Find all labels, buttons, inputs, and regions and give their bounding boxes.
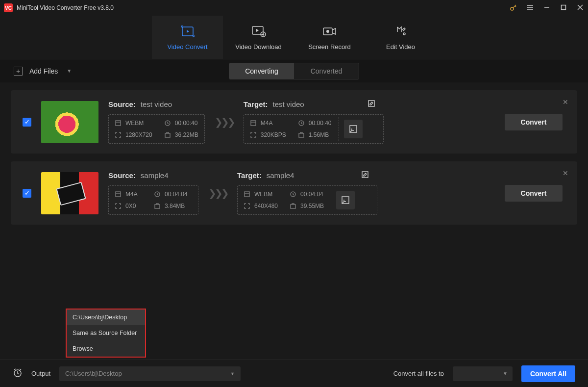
- clock-icon: [290, 191, 296, 198]
- close-button[interactable]: [576, 4, 584, 12]
- tab-label: Video Convert: [167, 43, 207, 51]
- edit-target-button[interactable]: [362, 171, 368, 180]
- clock-icon: [164, 120, 171, 127]
- key-icon[interactable]: [510, 3, 517, 13]
- output-path-value: C:\Users\bj\Desktop: [65, 370, 122, 377]
- arrow-icon: ❯❯❯: [215, 116, 234, 128]
- task-list: ✕ ✓ Source:test video WEBM 00:00:40 1280…: [0, 82, 588, 232]
- settings-button[interactable]: [344, 120, 363, 138]
- convert-button[interactable]: Convert: [505, 114, 563, 130]
- target-name: test video: [273, 100, 304, 108]
- record-icon: [322, 25, 337, 38]
- format-icon: [244, 191, 250, 198]
- svg-line-2: [515, 6, 516, 7]
- target-label: Target:: [244, 100, 268, 108]
- alarm-icon[interactable]: [13, 368, 23, 380]
- tab-video-download[interactable]: Video Download: [223, 16, 294, 59]
- format-icon: [115, 191, 122, 198]
- output-label: Output: [31, 370, 50, 377]
- menu-icon[interactable]: [526, 3, 534, 13]
- tab-label: Video Download: [235, 43, 281, 51]
- resolution-icon: [250, 131, 257, 138]
- svg-rect-36: [291, 205, 295, 208]
- thumbnail: [41, 101, 98, 143]
- edit-icon: [394, 25, 407, 38]
- convert-all-to-label: Convert all files to: [393, 370, 444, 377]
- remove-task-button[interactable]: ✕: [563, 169, 568, 177]
- source-name: sample4: [141, 171, 169, 180]
- resolution-icon: [244, 203, 250, 209]
- svg-rect-21: [165, 133, 170, 137]
- main-nav: Video Convert Video Download Screen Reco…: [0, 16, 588, 59]
- tab-screen-record[interactable]: Screen Record: [294, 16, 365, 59]
- minimize-button[interactable]: [543, 4, 551, 12]
- target-spec: WEBM 00:04:04 640X480 39.55MB: [238, 186, 331, 214]
- chevron-down-icon: ▼: [67, 68, 72, 74]
- edit-target-button[interactable]: [368, 100, 375, 108]
- menu-item-browse[interactable]: Browse: [67, 341, 145, 357]
- svg-rect-26: [299, 133, 304, 137]
- svg-marker-13: [256, 29, 259, 32]
- format-dropdown[interactable]: ▼: [453, 366, 513, 381]
- svg-rect-18: [116, 121, 121, 126]
- clock-icon: [298, 120, 305, 127]
- resolution-icon: [115, 131, 122, 138]
- thumbnail: [41, 172, 98, 214]
- tab-video-convert[interactable]: Video Convert: [152, 16, 223, 59]
- settings-button[interactable]: [336, 191, 355, 209]
- add-files-button[interactable]: + Add Files ▼: [14, 67, 72, 76]
- format-icon: [250, 120, 257, 127]
- task-checkbox[interactable]: ✓: [23, 189, 31, 198]
- target-name: sample4: [267, 171, 294, 180]
- format-icon: [115, 120, 122, 127]
- target-label: Target:: [237, 171, 262, 180]
- target-spec: M4A 00:00:40 320KBPS 1.56MB: [244, 115, 339, 143]
- svg-point-16: [326, 30, 329, 33]
- titlebar: VC MiniTool Video Converter Free v3.8.0: [0, 0, 588, 16]
- subtab-converted[interactable]: Converted: [294, 63, 359, 79]
- plus-icon: +: [14, 67, 23, 76]
- convert-button[interactable]: Convert: [505, 185, 563, 202]
- size-icon: [298, 131, 305, 138]
- svg-rect-32: [362, 172, 368, 178]
- svg-rect-23: [251, 121, 256, 126]
- source-spec: M4A 00:04:04 0X0 3.84MB: [108, 185, 198, 215]
- size-icon: [164, 131, 171, 138]
- task-card: ✕ ✓ Source:test video WEBM 00:00:40 1280…: [11, 90, 577, 154]
- convert-icon: [180, 25, 195, 38]
- resolution-icon: [115, 203, 122, 209]
- source-name: test video: [141, 100, 172, 108]
- clock-icon: [154, 191, 161, 198]
- size-icon: [154, 203, 161, 209]
- svg-marker-11: [187, 30, 189, 33]
- toolbar: + Add Files ▼ Converting Converted: [0, 59, 588, 82]
- tab-label: Screen Record: [308, 43, 351, 51]
- svg-rect-22: [368, 101, 374, 106]
- download-icon: [251, 25, 266, 38]
- app-logo: VC: [4, 3, 13, 12]
- svg-rect-28: [116, 192, 121, 197]
- svg-rect-33: [245, 192, 249, 197]
- subtabs: Converting Converted: [229, 63, 359, 79]
- task-checkbox[interactable]: ✓: [23, 118, 31, 127]
- bottom-bar: Output C:\Users\bj\Desktop ▼ Convert all…: [0, 360, 588, 387]
- output-path-menu: C:\Users\bj\Desktop Same as Source Folde…: [66, 309, 146, 358]
- menu-item-same-as-source[interactable]: Same as Source Folder: [67, 325, 145, 341]
- source-label: Source:: [108, 171, 136, 180]
- tab-label: Edit Video: [386, 43, 415, 51]
- tab-edit-video[interactable]: Edit Video: [365, 16, 436, 59]
- convert-all-button[interactable]: Convert All: [521, 365, 575, 382]
- subtab-converting[interactable]: Converting: [229, 63, 294, 79]
- size-icon: [290, 203, 296, 209]
- source-label: Source:: [108, 100, 136, 108]
- output-path-dropdown[interactable]: C:\Users\bj\Desktop ▼: [59, 366, 241, 381]
- menu-item-path[interactable]: C:\Users\bj\Desktop: [67, 310, 145, 325]
- svg-rect-31: [155, 205, 160, 208]
- arrow-icon: ❯❯❯: [208, 187, 227, 199]
- remove-task-button[interactable]: ✕: [563, 98, 568, 106]
- maximize-button[interactable]: [560, 4, 567, 12]
- svg-rect-7: [562, 5, 566, 9]
- app-title: MiniTool Video Converter Free v3.8.0: [17, 4, 510, 11]
- source-spec: WEBM 00:00:40 1280X720 36.22MB: [108, 114, 205, 144]
- chevron-down-icon: ▼: [503, 371, 508, 376]
